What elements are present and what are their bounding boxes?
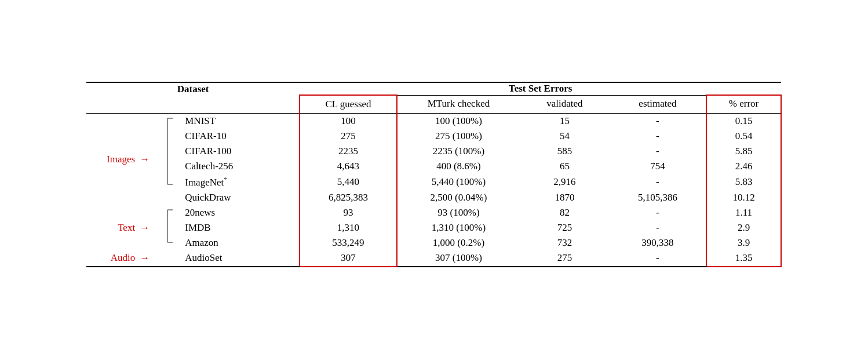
mturk-value: 307 (100%) [397, 250, 520, 267]
mturk-value: 1,000 (0.2%) [397, 235, 520, 250]
table-row: CIFAR-100 2235 2235 (100%) 585 - 5.85 [86, 144, 781, 159]
validated-value: 15 [520, 114, 610, 129]
images-bracket [159, 114, 180, 205]
pct-error-value: 2.9 [706, 220, 781, 235]
table-container: Dataset Test Set Errors CL guessed MTurk… [86, 82, 782, 267]
cl-guessed-value: 93 [300, 205, 396, 220]
validated-value: 275 [520, 250, 610, 267]
text-arrow: → [138, 205, 159, 250]
table-row: ImageNet* 5,440 5,440 (100%) 2,916 - 5.8… [86, 174, 781, 190]
table-row: Text → 20news 93 93 (100%) 82 - 1.11 [86, 205, 781, 220]
dataset-name: ImageNet* [180, 174, 300, 190]
table-row: Images → MNIST 100 100 (100%) 15 - [86, 114, 781, 129]
validated-value: 65 [520, 159, 610, 174]
mturk-value: 2235 (100%) [397, 144, 520, 159]
mturk-value: 400 (8.6%) [397, 159, 520, 174]
cl-guessed-value: 100 [300, 114, 396, 129]
estimated-value: - [610, 250, 706, 267]
table-row: CIFAR-10 275 275 (100%) 54 - 0.54 [86, 129, 781, 144]
mturk-value: 100 (100%) [397, 114, 520, 129]
cl-guessed-value: 1,310 [300, 220, 396, 235]
audio-bracket [159, 250, 180, 267]
validated-value: 2,916 [520, 174, 610, 190]
table-row: Caltech-256 4,643 400 (8.6%) 65 754 2.46 [86, 159, 781, 174]
table-row: Amazon 533,249 1,000 (0.2%) 732 390,338 … [86, 235, 781, 250]
cl-guessed-value: 2235 [300, 144, 396, 159]
table-row: IMDB 1,310 1,310 (100%) 725 - 2.9 [86, 220, 781, 235]
pct-error-value: 5.83 [706, 174, 781, 190]
estimated-value: - [610, 114, 706, 129]
mturk-header: MTurk checked [397, 95, 520, 114]
dataset-name: IMDB [180, 220, 300, 235]
audio-arrow: → [138, 250, 159, 267]
dataset-name: Caltech-256 [180, 159, 300, 174]
dataset-name: QuickDraw [180, 190, 300, 205]
pct-error-value: 1.11 [706, 205, 781, 220]
mturk-value: 1,310 (100%) [397, 220, 520, 235]
pct-error-value: 1.35 [706, 250, 781, 267]
dataset-name: CIFAR-10 [180, 129, 300, 144]
dataset-name: Amazon [180, 235, 300, 250]
cl-guessed-value: 307 [300, 250, 396, 267]
validated-value: 585 [520, 144, 610, 159]
estimated-value: - [610, 205, 706, 220]
cl-guessed-header: CL guessed [300, 95, 396, 114]
mturk-value: 275 (100%) [397, 129, 520, 144]
dataset-name: CIFAR-100 [180, 144, 300, 159]
table-row: QuickDraw 6,825,383 2,500 (0.04%) 1870 5… [86, 190, 781, 205]
cl-guessed-value: 275 [300, 129, 396, 144]
validated-value: 725 [520, 220, 610, 235]
data-table: Dataset Test Set Errors CL guessed MTurk… [86, 82, 782, 267]
pct-error-value: 10.12 [706, 190, 781, 205]
estimated-value: - [610, 220, 706, 235]
estimated-value: 754 [610, 159, 706, 174]
pct-error-value: 5.85 [706, 144, 781, 159]
mturk-value: 93 (100%) [397, 205, 520, 220]
validated-value: 54 [520, 129, 610, 144]
estimated-header: estimated [610, 95, 706, 114]
pct-error-header: % error [706, 95, 781, 114]
table-row: Audio → AudioSet 307 307 (100%) 275 - 1.… [86, 250, 781, 267]
estimated-value: - [610, 144, 706, 159]
images-label: Images [86, 114, 138, 205]
cl-guessed-value: 6,825,383 [300, 190, 396, 205]
mturk-value: 5,440 (100%) [397, 174, 520, 190]
dataset-name: AudioSet [180, 250, 300, 267]
validated-value: 1870 [520, 190, 610, 205]
audio-label: Audio [86, 250, 138, 267]
dataset-name: MNIST [180, 114, 300, 129]
pct-error-value: 2.46 [706, 159, 781, 174]
estimated-value: - [610, 174, 706, 190]
estimated-value: 5,105,386 [610, 190, 706, 205]
text-bracket [159, 205, 180, 250]
images-arrow: → [138, 114, 159, 205]
estimated-value: 390,338 [610, 235, 706, 250]
dataset-name: 20news [180, 205, 300, 220]
cl-guessed-value: 4,643 [300, 159, 396, 174]
mturk-value: 2,500 (0.04%) [397, 190, 520, 205]
validated-value: 732 [520, 235, 610, 250]
pct-error-value: 0.15 [706, 114, 781, 129]
pct-error-value: 0.54 [706, 129, 781, 144]
validated-header: validated [520, 95, 610, 114]
text-label: Text [86, 205, 138, 250]
header-row: Dataset Test Set Errors [86, 83, 781, 95]
dataset-header: Dataset [86, 83, 300, 95]
subheader-row: CL guessed MTurk checked validated estim… [86, 95, 781, 114]
validated-value: 82 [520, 205, 610, 220]
cl-guessed-value: 533,249 [300, 235, 396, 250]
estimated-value: - [610, 129, 706, 144]
test-set-header: Test Set Errors [300, 83, 781, 95]
pct-error-value: 3.9 [706, 235, 781, 250]
cl-guessed-value: 5,440 [300, 174, 396, 190]
